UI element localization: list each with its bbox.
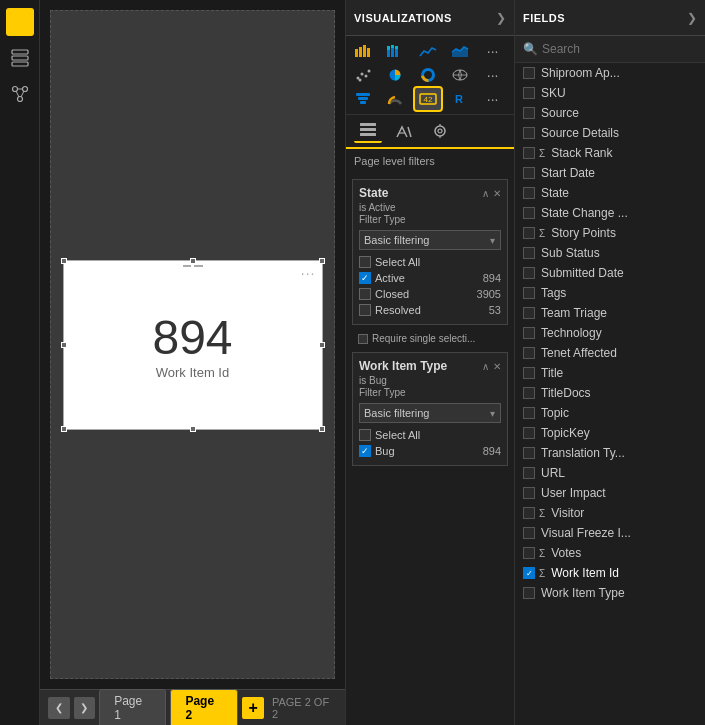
field-checkbox[interactable] bbox=[523, 327, 535, 339]
viz-more-row1-btn[interactable]: ··· bbox=[480, 40, 506, 62]
field-item[interactable]: User Impact bbox=[515, 483, 705, 503]
resize-lm[interactable] bbox=[61, 342, 67, 348]
field-item[interactable]: Shiproom Ap... bbox=[515, 63, 705, 83]
resize-tm[interactable] bbox=[190, 258, 196, 264]
page-next-btn[interactable]: ❯ bbox=[74, 697, 96, 719]
viz-pie-btn[interactable] bbox=[382, 64, 408, 86]
field-item[interactable]: Tags bbox=[515, 283, 705, 303]
field-checkbox[interactable] bbox=[523, 187, 535, 199]
viz-line-btn[interactable] bbox=[415, 40, 441, 62]
resize-bl[interactable] bbox=[61, 426, 67, 432]
resize-tl[interactable] bbox=[61, 258, 67, 264]
field-checkbox[interactable] bbox=[523, 207, 535, 219]
field-checkbox[interactable] bbox=[523, 587, 535, 599]
state-filter-expand[interactable]: ∧ bbox=[482, 188, 489, 199]
viz-gauge-btn[interactable] bbox=[382, 88, 408, 110]
page-1-tab[interactable]: Page 1 bbox=[99, 689, 166, 726]
field-checkbox[interactable] bbox=[523, 487, 535, 499]
page-2-tab[interactable]: Page 2 bbox=[170, 689, 238, 726]
fields-search-input[interactable] bbox=[542, 42, 697, 56]
work-item-type-filter-select[interactable]: Basic filtering Advanced filtering bbox=[359, 403, 501, 423]
field-checkbox[interactable] bbox=[523, 267, 535, 279]
field-item[interactable]: ΣStory Points bbox=[515, 223, 705, 243]
field-item[interactable]: Title bbox=[515, 363, 705, 383]
field-item[interactable]: ΣVisitor bbox=[515, 503, 705, 523]
require-single-checkbox[interactable] bbox=[358, 334, 368, 344]
field-checkbox[interactable] bbox=[523, 227, 535, 239]
viz-donut-btn[interactable] bbox=[415, 64, 441, 86]
field-checkbox[interactable] bbox=[523, 507, 535, 519]
field-item[interactable]: Work Item Type bbox=[515, 583, 705, 603]
field-item[interactable]: ΣStack Rank bbox=[515, 143, 705, 163]
field-checkbox[interactable] bbox=[523, 247, 535, 259]
model-icon[interactable] bbox=[6, 80, 34, 108]
resize-rm[interactable] bbox=[319, 342, 325, 348]
field-checkbox[interactable] bbox=[523, 567, 535, 579]
field-item[interactable]: State Change ... bbox=[515, 203, 705, 223]
viz-tab-fields[interactable] bbox=[354, 119, 382, 143]
field-item[interactable]: Sub Status bbox=[515, 243, 705, 263]
viz-card-btn[interactable]: 42 bbox=[415, 88, 441, 110]
resize-br[interactable] bbox=[319, 426, 325, 432]
add-page-btn[interactable]: + bbox=[242, 697, 264, 719]
viz-more-row3-btn[interactable]: ··· bbox=[480, 88, 506, 110]
field-checkbox[interactable] bbox=[523, 347, 535, 359]
report-icon[interactable] bbox=[6, 8, 34, 36]
field-item[interactable]: Translation Ty... bbox=[515, 443, 705, 463]
field-item[interactable]: TopicKey bbox=[515, 423, 705, 443]
field-checkbox[interactable] bbox=[523, 87, 535, 99]
field-item[interactable]: Start Date bbox=[515, 163, 705, 183]
resize-tr[interactable] bbox=[319, 258, 325, 264]
field-item[interactable]: ΣWork Item Id bbox=[515, 563, 705, 583]
options-dots[interactable]: ··· bbox=[301, 265, 316, 281]
field-checkbox[interactable] bbox=[523, 287, 535, 299]
field-checkbox[interactable] bbox=[523, 447, 535, 459]
state-select-all-checkbox[interactable] bbox=[359, 256, 371, 268]
work-item-type-bug-checkbox[interactable] bbox=[359, 445, 371, 457]
field-item[interactable]: TitleDocs bbox=[515, 383, 705, 403]
field-checkbox[interactable] bbox=[523, 367, 535, 379]
field-item[interactable]: SKU bbox=[515, 83, 705, 103]
field-item[interactable]: Submitted Date bbox=[515, 263, 705, 283]
field-item[interactable]: URL bbox=[515, 463, 705, 483]
field-item[interactable]: Technology bbox=[515, 323, 705, 343]
viz-tab-analytics[interactable] bbox=[426, 119, 454, 143]
field-checkbox[interactable] bbox=[523, 407, 535, 419]
state-resolved-checkbox[interactable] bbox=[359, 304, 371, 316]
field-checkbox[interactable] bbox=[523, 127, 535, 139]
viz-stacked-bar-btn[interactable] bbox=[382, 40, 408, 62]
fields-panel-arrow[interactable]: ❯ bbox=[687, 11, 697, 25]
field-item[interactable]: State bbox=[515, 183, 705, 203]
field-checkbox[interactable] bbox=[523, 307, 535, 319]
viz-area-btn[interactable] bbox=[447, 40, 473, 62]
field-item[interactable]: Source Details bbox=[515, 123, 705, 143]
field-item[interactable]: Visual Freeze I... bbox=[515, 523, 705, 543]
field-checkbox[interactable] bbox=[523, 467, 535, 479]
state-filter-clear[interactable]: ✕ bbox=[493, 188, 501, 199]
field-checkbox[interactable] bbox=[523, 167, 535, 179]
field-checkbox[interactable] bbox=[523, 547, 535, 559]
field-checkbox[interactable] bbox=[523, 387, 535, 399]
field-checkbox[interactable] bbox=[523, 67, 535, 79]
viz-panel-arrow[interactable]: ❯ bbox=[496, 11, 506, 25]
viz-r-btn[interactable]: R bbox=[447, 88, 473, 110]
state-active-checkbox[interactable] bbox=[359, 272, 371, 284]
metric-card[interactable]: ··· 894 Work Item Id bbox=[63, 260, 323, 430]
work-item-type-filter-clear[interactable]: ✕ bbox=[493, 361, 501, 372]
field-checkbox[interactable] bbox=[523, 427, 535, 439]
field-item[interactable]: Topic bbox=[515, 403, 705, 423]
viz-more-row2-btn[interactable]: ··· bbox=[480, 64, 506, 86]
state-filter-type-select[interactable]: Basic filtering Advanced filtering bbox=[359, 230, 501, 250]
viz-tab-format[interactable] bbox=[390, 119, 418, 143]
data-icon[interactable] bbox=[6, 44, 34, 72]
viz-map-btn[interactable] bbox=[447, 64, 473, 86]
state-closed-checkbox[interactable] bbox=[359, 288, 371, 300]
viz-bar-chart-btn[interactable] bbox=[350, 40, 376, 62]
field-checkbox[interactable] bbox=[523, 527, 535, 539]
field-checkbox[interactable] bbox=[523, 107, 535, 119]
resize-bm[interactable] bbox=[190, 426, 196, 432]
field-item[interactable]: Tenet Affected bbox=[515, 343, 705, 363]
viz-funnel-btn[interactable] bbox=[350, 88, 376, 110]
field-item[interactable]: ΣVotes bbox=[515, 543, 705, 563]
field-item[interactable]: Team Triage bbox=[515, 303, 705, 323]
